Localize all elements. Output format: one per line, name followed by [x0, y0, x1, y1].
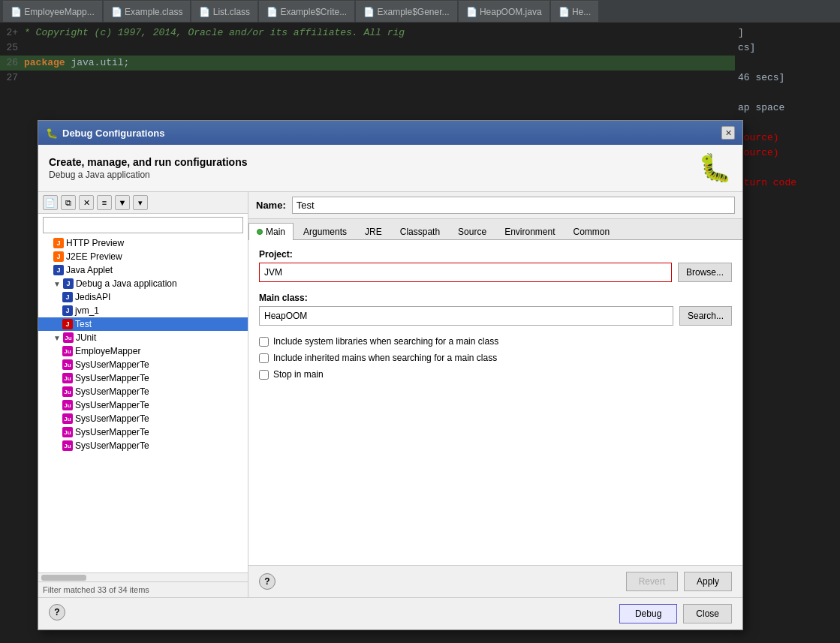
sysmapper2-icon: Ju — [62, 373, 73, 383]
tab-list-class[interactable]: 📄 List.class — [191, 1, 257, 22]
tree-item-test[interactable]: J Test — [38, 317, 248, 331]
tree-item-sysmapper-3[interactable]: Ju SysUserMapperTe — [38, 385, 248, 398]
left-toolbar: 📄 ⧉ ✕ ≡ ▼ ▾ — [38, 192, 248, 214]
junit-label: JUnit — [76, 332, 96, 343]
java-app-expand-arrow: ▼ — [53, 280, 61, 288]
bottom-help-button[interactable]: ? — [49, 604, 65, 620]
sysmapper4-label: SysUserMapperTe — [75, 400, 149, 410]
sysmapper3-label: SysUserMapperTe — [75, 386, 149, 397]
tab-example-crite[interactable]: 📄 Example$Crite... — [259, 1, 354, 22]
duplicate-button[interactable]: ⧉ — [61, 195, 76, 210]
tab-common-label: Common — [574, 227, 610, 237]
tree-item-junit[interactable]: ▼ Ju JUnit — [38, 331, 248, 344]
tab-heapoom-java[interactable]: 📄 HeapOOM.java — [459, 1, 549, 22]
dialog-title-left: 🐛 Debug Configurations — [46, 128, 165, 139]
right-panel: Name: Main Arguments JRE Classpath — [248, 192, 742, 597]
tree-item-sysmapper-7[interactable]: Ju SysUserMapperTe — [38, 439, 248, 452]
tree-item-sysmapper-1[interactable]: Ju SysUserMapperTe — [38, 358, 248, 371]
help-button[interactable]: ? — [259, 573, 275, 590]
debug-button[interactable]: Debug — [619, 604, 677, 623]
test-icon: J — [62, 319, 73, 329]
right-code-panel: ] cs] 46 secs] ap space Source) Source) … — [735, 23, 840, 194]
config-search-input[interactable] — [43, 217, 243, 233]
left-panel: 📄 ⧉ ✕ ≡ ▼ ▾ J HTTP Preview J J2EE Previe… — [38, 192, 248, 597]
horizontal-scrollbar[interactable] — [38, 572, 248, 581]
code-line-2: 2+ * Copyright (c) 1997, 2014, Oracle an… — [0, 26, 840, 41]
apply-button[interactable]: Apply — [684, 572, 732, 591]
checkbox-inherited-mains-input[interactable] — [259, 353, 269, 363]
main-class-input-row: Search... — [259, 306, 732, 326]
filter-button[interactable]: ≡ — [97, 195, 112, 210]
tab-example-gener[interactable]: 📄 Example$Gener... — [356, 1, 456, 22]
right-line-8: Source) — [735, 131, 840, 146]
checkbox-stop-in-main: Stop in main — [259, 369, 732, 380]
tab-classpath-label: Classpath — [400, 227, 440, 237]
tab-environment[interactable]: Environment — [496, 223, 563, 240]
tree-item-http-preview[interactable]: J HTTP Preview — [38, 236, 248, 250]
right-line-7 — [735, 116, 840, 131]
main-class-row: Main class: Search... — [259, 293, 732, 326]
editor-tab-bar: 📄 EmployeeMapp... 📄 Example.class 📄 List… — [0, 0, 840, 23]
main-tab-content: Project: Browse... Main class: Search... — [248, 240, 742, 565]
tab-classpath[interactable]: Classpath — [392, 223, 448, 240]
footer-left: ? — [259, 573, 275, 590]
project-input[interactable] — [259, 263, 672, 282]
tab-main[interactable]: Main — [248, 223, 294, 240]
junit-expand-arrow: ▼ — [53, 334, 61, 342]
tree-item-jvm1[interactable]: J jvm_1 — [38, 304, 248, 317]
code-line-27: 27 — [0, 71, 840, 86]
java-application-label: Debug a Java application — [76, 278, 177, 289]
tree-item-sysmapper-5[interactable]: Ju SysUserMapperTe — [38, 412, 248, 425]
tab-environment-label: Environment — [504, 227, 555, 237]
dialog-close-button[interactable]: ✕ — [721, 126, 735, 140]
main-class-label: Main class: — [259, 293, 732, 303]
checkbox-system-libs-input[interactable] — [259, 337, 269, 347]
jvm1-icon: J — [62, 305, 73, 316]
scrollbar-thumb[interactable] — [41, 575, 86, 581]
revert-button[interactable]: Revert — [626, 572, 678, 591]
tab-main-label: Main — [266, 227, 285, 237]
more-button[interactable]: ▾ — [133, 195, 148, 210]
right-line-5 — [735, 86, 840, 101]
delete-button[interactable]: ✕ — [79, 195, 94, 210]
sysmapper1-icon: Ju — [62, 359, 73, 370]
test-label: Test — [75, 319, 92, 329]
filter-status: Filter matched 33 of 34 items — [38, 581, 248, 597]
tree-item-jedisapi[interactable]: J JedisAPI — [38, 290, 248, 304]
tab-source[interactable]: Source — [450, 223, 495, 240]
dialog-header-subtitle: Debug a Java application — [49, 170, 248, 180]
tab-arguments[interactable]: Arguments — [295, 223, 355, 240]
tab-jre[interactable]: JRE — [357, 223, 390, 240]
browse-button[interactable]: Browse... — [678, 263, 732, 282]
code-line-26: 26 package java.util; — [0, 56, 840, 71]
tree-item-sysmapper-2[interactable]: Ju SysUserMapperTe — [38, 371, 248, 385]
right-line-4: 46 secs] — [735, 71, 840, 86]
collapse-button[interactable]: ▼ — [115, 195, 130, 210]
checkbox-stop-in-main-input[interactable] — [259, 370, 269, 380]
tab-example-class[interactable]: 📄 Example.class — [104, 1, 191, 22]
sysmapper6-icon: Ju — [62, 427, 73, 437]
name-input[interactable] — [292, 197, 735, 214]
checkbox-stop-in-main-label: Stop in main — [273, 369, 324, 380]
tab-he[interactable]: 📄 He... — [551, 1, 599, 22]
name-label: Name: — [256, 200, 286, 211]
tree-item-sysmapper-6[interactable]: Ju SysUserMapperTe — [38, 425, 248, 439]
tab-common[interactable]: Common — [565, 223, 619, 240]
tree-item-employeemapper[interactable]: Ju EmployeMapper — [38, 344, 248, 358]
bug-icon-large: 🐛 — [698, 152, 732, 184]
dialog-titlebar: 🐛 Debug Configurations ✕ — [38, 121, 742, 145]
right-line-3 — [735, 56, 840, 71]
right-line-6: ap space — [735, 101, 840, 116]
tree-item-sysmapper-4[interactable]: Ju SysUserMapperTe — [38, 398, 248, 412]
tree-item-java-application[interactable]: ▼ J Debug a Java application — [38, 277, 248, 290]
new-config-button[interactable]: 📄 — [43, 195, 58, 210]
tree-item-j2ee-preview[interactable]: J J2EE Preview — [38, 250, 248, 263]
checkbox-system-libs-label: Include system libraries when searching … — [273, 336, 498, 347]
tab-jre-label: JRE — [365, 227, 382, 237]
close-button[interactable]: Close — [683, 604, 732, 623]
tab-employeemapp[interactable]: 📄 EmployeeMapp... — [3, 1, 102, 22]
tree-item-java-applet[interactable]: J Java Applet — [38, 263, 248, 277]
main-class-input[interactable] — [259, 306, 673, 326]
right-line-1: ] — [735, 26, 840, 41]
search-button[interactable]: Search... — [679, 306, 732, 326]
